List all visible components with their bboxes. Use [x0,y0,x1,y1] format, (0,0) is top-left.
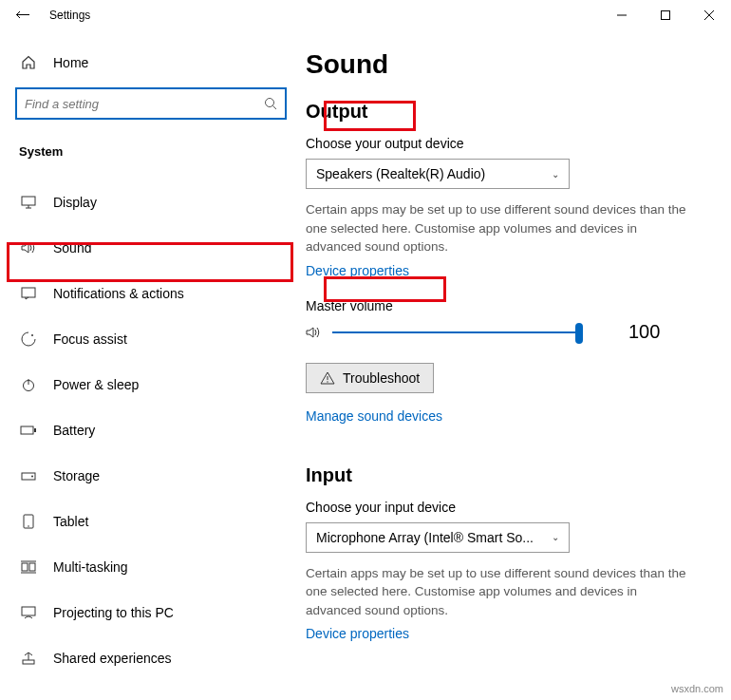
category-header: System [0,137,302,166]
minimize-icon [617,10,627,20]
sidebar: Home System Display Sound Notifications … [0,30,302,700]
battery-icon [19,425,38,436]
back-button[interactable]: 🡐 [0,7,46,24]
maximize-button[interactable] [644,0,687,30]
sidebar-item-label: Sound [38,240,91,255]
manage-sound-devices-link[interactable]: Manage sound devices [306,408,442,424]
sidebar-item-label: Shared experiences [38,651,172,666]
focus-assist-icon [19,331,38,347]
sidebar-item-battery[interactable]: Battery [0,407,302,453]
output-device-dropdown[interactable]: Speakers (Realtek(R) Audio) ⌄ [306,159,570,189]
svg-rect-20 [29,563,35,571]
svg-rect-24 [23,660,34,664]
master-volume-slider[interactable] [332,321,579,344]
power-icon [19,377,38,392]
search-box[interactable] [15,87,287,120]
sound-icon [19,241,38,255]
sidebar-item-sound[interactable]: Sound [0,225,302,271]
svg-rect-13 [21,426,33,434]
sidebar-item-shared-experiences[interactable]: Shared experiences [0,635,302,681]
close-button[interactable] [687,0,731,30]
input-help-text: Certain apps may be set up to use differ… [306,564,695,620]
input-device-dropdown[interactable]: Microphone Array (Intel® Smart So... ⌄ [306,522,570,553]
sidebar-item-label: Notifications & actions [38,286,184,301]
chevron-down-icon: ⌄ [552,169,559,180]
display-icon [19,196,38,209]
storage-icon [19,470,38,482]
search-icon [264,97,277,110]
home-label: Home [38,55,88,70]
output-help-text: Certain apps may be set up to use differ… [306,200,695,256]
troubleshoot-button[interactable]: Troubleshoot [306,363,434,393]
svg-rect-19 [22,563,28,571]
output-device-label: Choose your output device [306,136,722,151]
sidebar-item-label: Power & sleep [38,377,139,392]
sidebar-item-multitasking[interactable]: Multi-tasking [0,544,302,590]
warning-icon [320,371,335,385]
sidebar-item-label: Focus assist [38,331,127,347]
output-heading: Output [306,101,368,123]
main-content: Sound Output Choose your output device S… [302,30,731,700]
svg-rect-9 [22,288,35,297]
master-volume-label: Master volume [306,298,722,313]
svg-point-10 [31,334,33,336]
sidebar-item-label: Multi-tasking [38,559,128,575]
sidebar-item-label: Projecting to this PC [38,605,174,620]
sidebar-item-label: Tablet [38,514,88,529]
sidebar-item-storage[interactable]: Storage [0,453,302,499]
sidebar-item-projecting[interactable]: Projecting to this PC [0,590,302,635]
troubleshoot-label: Troubleshoot [343,370,420,386]
input-device-properties-link[interactable]: Device properties [306,626,409,641]
volume-icon[interactable] [306,325,323,340]
input-device-label: Choose your input device [306,500,722,515]
sidebar-item-tablet[interactable]: Tablet [0,499,302,544]
minimize-button[interactable] [600,0,644,30]
page-title: Sound [306,49,722,80]
output-device-value: Speakers (Realtek(R) Audio) [316,166,485,181]
slider-thumb[interactable] [575,323,583,344]
input-device-value: Microphone Array (Intel® Smart So... [316,530,534,545]
tablet-icon [19,514,38,529]
svg-point-26 [327,381,328,382]
sidebar-item-power-sleep[interactable]: Power & sleep [0,362,302,407]
sidebar-item-label: Battery [38,423,95,438]
svg-line-5 [273,106,277,110]
multitasking-icon [19,560,38,574]
search-input[interactable] [25,97,264,111]
window-title: Settings [46,9,90,22]
slider-track [332,331,579,333]
projecting-icon [19,606,38,619]
sidebar-item-label: Display [38,195,97,210]
sidebar-item-focus-assist[interactable]: Focus assist [0,316,302,362]
svg-rect-1 [662,11,670,20]
home-icon [19,55,38,70]
shared-icon [19,652,38,665]
output-device-properties-link[interactable]: Device properties [306,263,409,278]
sidebar-item-display[interactable]: Display [0,180,302,225]
watermark: wsxdn.com [671,683,723,694]
svg-rect-6 [22,197,35,205]
notifications-icon [19,287,38,300]
maximize-icon [661,10,670,20]
sidebar-item-notifications[interactable]: Notifications & actions [0,271,302,316]
close-icon [704,10,714,20]
input-heading: Input [306,464,352,486]
chevron-down-icon: ⌄ [552,532,559,542]
svg-rect-23 [22,607,35,615]
svg-point-18 [28,525,29,527]
svg-rect-14 [34,428,36,432]
home-nav[interactable]: Home [0,49,302,84]
master-volume-value: 100 [628,321,660,343]
svg-point-16 [31,476,33,478]
sidebar-item-label: Storage [38,468,100,483]
svg-point-4 [266,99,274,107]
